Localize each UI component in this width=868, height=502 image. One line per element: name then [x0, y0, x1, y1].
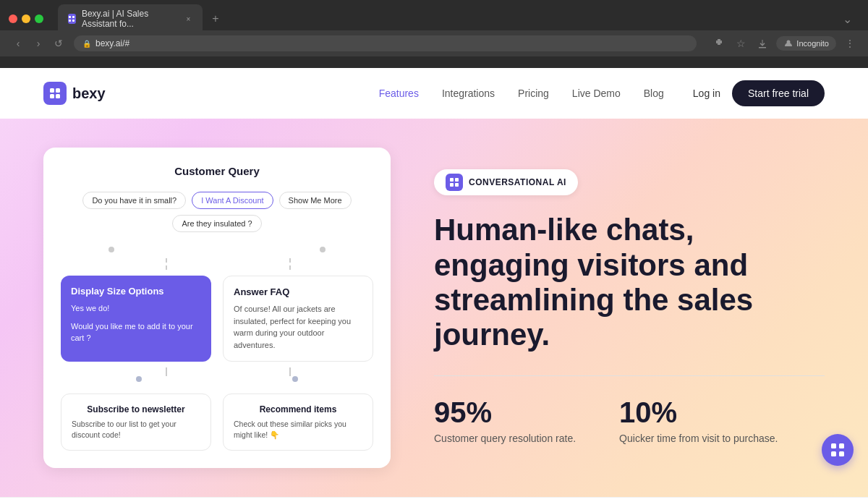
dot-connector: [320, 247, 326, 252]
answer-faq-text: Of course! All our jackets are insulated…: [234, 303, 362, 351]
nav-blog[interactable]: Blog: [644, 88, 664, 99]
refresh-button[interactable]: ↺: [51, 35, 67, 51]
login-button[interactable]: Log in: [693, 88, 720, 99]
bookmark-icon[interactable]: ☆: [733, 35, 749, 51]
diagram-container: Customer Query Do you have it in small? …: [43, 148, 391, 468]
query-btn-discount[interactable]: I Want A Discount: [192, 192, 273, 209]
bottom-row: Subscribe to newsletter Subscribe to our…: [61, 393, 373, 451]
dot-connector: [109, 247, 114, 252]
chat-widget-button[interactable]: [822, 434, 854, 466]
stat-1-label: Quicker time from visit to purchase.: [619, 432, 778, 446]
badge-icon: [446, 174, 463, 191]
customer-query-title: Customer Query: [61, 165, 373, 177]
address-bar: ‹ › ↺ 🔒 bexy.ai/# ☆ Incognito ⋮: [0, 30, 868, 56]
svg-rect-3: [72, 20, 75, 22]
start-trial-button[interactable]: Start free trial: [732, 80, 825, 106]
logo[interactable]: bexy: [43, 82, 106, 105]
url-text: bexy.ai/#: [95, 38, 129, 48]
hero-badge: CONVERSATIONAL AI: [434, 169, 578, 195]
collapse-icon[interactable]: ⌄: [843, 12, 852, 26]
incognito-button[interactable]: Incognito: [776, 36, 836, 51]
stat-1: 10% Quicker time from visit to purchase.: [619, 396, 778, 446]
nav-live-demo[interactable]: Live Demo: [572, 88, 621, 99]
query-buttons: Do you have it in small? I Want A Discou…: [61, 192, 373, 232]
svg-rect-0: [69, 16, 71, 18]
hero-title: Human-like chats, engaging visitors and …: [434, 213, 825, 352]
nav-pricing[interactable]: Pricing: [518, 88, 549, 99]
svg-rect-1: [72, 16, 75, 18]
active-tab[interactable]: Bexy.ai | AI Sales Assistant fo... ×: [58, 4, 203, 33]
incognito-label: Incognito: [796, 39, 829, 48]
logo-text: bexy: [72, 85, 106, 102]
site-footer: 🇺🇸 English: [0, 497, 868, 502]
site-header: bexy Features Integrations Pricing Live …: [0, 68, 868, 119]
stats: 95% Customer query resolution rate. 10% …: [434, 396, 825, 446]
recommend-title: Recommend items: [234, 404, 362, 414]
header-actions: Log in Start free trial: [693, 80, 825, 106]
tab-close-icon[interactable]: ×: [184, 14, 192, 24]
diagram-row: Display Size Options Yes we do! Would yo…: [61, 276, 373, 362]
diagram-card: Customer Query Do you have it in small? …: [43, 148, 391, 468]
svg-rect-5: [50, 88, 54, 93]
badge-text: CONVERSATIONAL AI: [469, 177, 566, 187]
answer-faq-title: Answer FAQ: [234, 286, 362, 297]
back-button[interactable]: ‹: [10, 35, 26, 51]
logo-icon: [43, 82, 67, 105]
svg-rect-12: [455, 183, 459, 187]
recommend-box: Recommend items Check out these similar …: [223, 393, 373, 451]
answer-faq-box: Answer FAQ Of course! All our jackets ar…: [223, 276, 373, 362]
minimize-window-button[interactable]: [22, 14, 30, 23]
connector-row-top: [61, 244, 373, 255]
query-btn-show[interactable]: Show Me More: [279, 192, 352, 209]
stat-0-value: 95%: [434, 396, 576, 429]
query-btn-insulated[interactable]: Are they insulated ?: [172, 215, 261, 232]
website: bexy Features Integrations Pricing Live …: [0, 68, 868, 502]
display-size-line2: Would you like me to add it to your cart…: [71, 320, 201, 344]
svg-rect-16: [839, 451, 844, 456]
menu-icon[interactable]: ⋮: [842, 35, 858, 51]
display-size-box: Display Size Options Yes we do! Would yo…: [61, 276, 211, 362]
svg-rect-14: [839, 443, 844, 448]
close-window-button[interactable]: [9, 14, 17, 23]
display-size-line1: Yes we do!: [71, 302, 201, 315]
download-icon[interactable]: [754, 35, 770, 51]
recommend-text: Check out these similar picks you might …: [234, 419, 362, 440]
dot-bottom-right: [292, 376, 298, 382]
stat-0-label: Customer query resolution rate.: [434, 432, 576, 446]
svg-rect-15: [831, 451, 836, 456]
lock-icon: 🔒: [82, 40, 91, 48]
nav-integrations[interactable]: Integrations: [442, 88, 495, 99]
forward-button[interactable]: ›: [30, 35, 46, 51]
main-nav: Features Integrations Pricing Live Demo …: [379, 88, 664, 99]
hero-content: CONVERSATIONAL AI Human-like chats, enga…: [434, 169, 825, 446]
svg-rect-13: [831, 443, 836, 448]
tab-bar: Bexy.ai | AI Sales Assistant fo... × +: [58, 4, 843, 33]
svg-rect-11: [450, 183, 454, 187]
svg-rect-7: [50, 94, 54, 98]
query-btn-small[interactable]: Do you have it in small?: [82, 192, 186, 209]
svg-rect-6: [56, 88, 60, 93]
dot-bottom-left: [136, 376, 142, 382]
tab-title: Bexy.ai | AI Sales Assistant fo...: [82, 9, 176, 29]
nav-features[interactable]: Features: [379, 88, 419, 99]
new-tab-button[interactable]: +: [207, 10, 224, 27]
svg-rect-2: [69, 20, 71, 22]
stat-1-value: 10%: [619, 396, 778, 429]
tab-favicon: [68, 14, 76, 24]
extensions-icon[interactable]: [711, 35, 727, 51]
svg-rect-9: [450, 178, 454, 182]
hero-section: Customer Query Do you have it in small? …: [0, 119, 868, 497]
svg-rect-8: [56, 94, 60, 98]
browser-chrome: Bexy.ai | AI Sales Assistant fo... × + ⌄…: [0, 0, 868, 68]
maximize-window-button[interactable]: [35, 14, 43, 23]
hero-divider: [434, 375, 825, 376]
display-size-title: Display Size Options: [71, 286, 201, 297]
subscribe-text: Subscribe to our list to get your discou…: [72, 419, 200, 440]
svg-rect-10: [455, 178, 459, 182]
traffic-lights: [9, 14, 43, 23]
subscribe-box: Subscribe to newsletter Subscribe to our…: [61, 393, 211, 451]
stat-0: 95% Customer query resolution rate.: [434, 396, 576, 446]
subscribe-title: Subscribe to newsletter: [72, 404, 200, 414]
url-field[interactable]: 🔒 bexy.ai/#: [74, 35, 697, 51]
